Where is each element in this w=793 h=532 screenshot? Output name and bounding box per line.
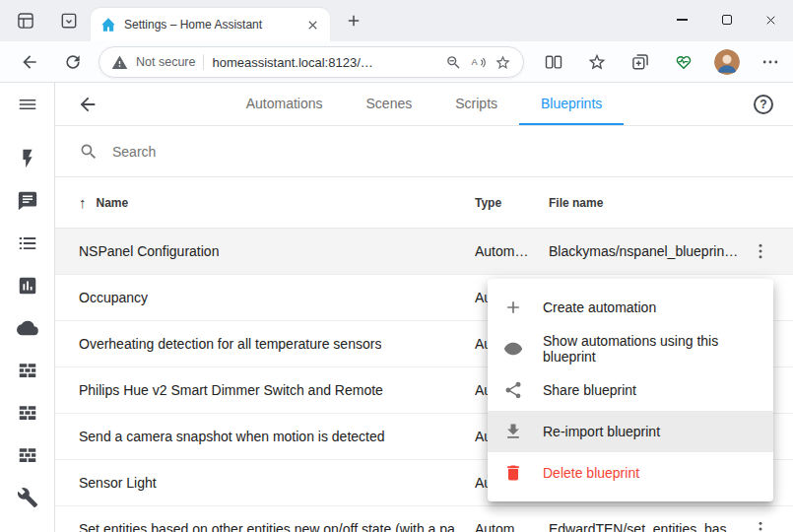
row-name: Sensor Light <box>79 475 157 491</box>
row-name: Send a camera snapshot when motion is de… <box>79 429 385 444</box>
tab-title: Settings – Home Assistant <box>124 18 297 32</box>
ha-sidebar <box>0 83 55 532</box>
row-name: NSPanel Configuration <box>79 243 219 259</box>
column-type[interactable]: Type <box>475 196 549 210</box>
devices-icon[interactable] <box>0 391 55 433</box>
browser-toolbar: Not secure homeassistant.local:8123/… A <box>0 41 793 83</box>
browser-essentials-icon[interactable] <box>674 52 694 72</box>
row-name: Set entities based on other entities new… <box>79 521 475 532</box>
address-divider <box>203 54 204 70</box>
assist-icon[interactable] <box>0 179 55 222</box>
share-icon <box>503 380 523 400</box>
favorites-icon[interactable] <box>587 52 607 72</box>
menu-item-show-automations[interactable]: Show automations using this blueprint <box>488 328 773 369</box>
row-type: Autom… <box>475 521 549 532</box>
table-row[interactable]: Set entities based on other entities new… <box>55 506 793 532</box>
row-overflow-menu-icon[interactable] <box>751 519 770 532</box>
warning-icon[interactable] <box>111 54 128 71</box>
split-screen-icon[interactable] <box>544 52 563 72</box>
devices-icon[interactable] <box>0 433 55 476</box>
menu-item-create-automation[interactable]: Create automation <box>488 287 773 328</box>
plus-icon <box>503 298 523 317</box>
tab-blueprints[interactable]: Blueprints <box>519 83 624 125</box>
window-controls <box>660 0 793 39</box>
search-icon <box>79 142 99 162</box>
svg-text:A: A <box>471 57 478 67</box>
blueprint-context-menu: Create automation Show automations using… <box>488 279 773 501</box>
menu-item-reimport-blueprint[interactable]: Re-import blueprint <box>488 411 773 452</box>
row-name: Philips Hue v2 Smart Dimmer Switch and R… <box>79 382 383 398</box>
url-text[interactable]: homeassistant.local:8123/… <box>212 55 437 70</box>
ha-back-icon[interactable] <box>77 94 99 115</box>
devices-icon[interactable] <box>0 349 55 391</box>
column-name[interactable]: ↑ Name <box>55 194 475 211</box>
ha-header: Automations Scenes Scripts Blueprints ? <box>55 83 793 126</box>
tab-actions-icon[interactable] <box>59 11 79 31</box>
download-icon <box>503 422 523 441</box>
tab-scenes[interactable]: Scenes <box>345 83 434 125</box>
zoom-out-icon[interactable] <box>445 54 462 71</box>
menu-item-share-blueprint[interactable]: Share blueprint <box>488 369 773 411</box>
row-overflow-menu-icon[interactable] <box>751 241 770 261</box>
minimize-button[interactable] <box>660 0 704 39</box>
security-label[interactable]: Not secure <box>136 55 195 69</box>
search-input[interactable]: Search <box>55 126 793 177</box>
ha-tab-bar: Automations Scenes Scripts Blueprints <box>55 83 793 125</box>
home-assistant-logo-icon <box>100 17 116 33</box>
table-header: ↑ Name Type File name <box>55 177 793 229</box>
row-name: Occupancy <box>79 290 148 305</box>
cloud-icon[interactable] <box>0 306 55 349</box>
close-button[interactable] <box>749 0 793 39</box>
browser-tab[interactable]: Settings – Home Assistant <box>91 8 330 41</box>
favorite-star-icon[interactable] <box>495 54 511 71</box>
tab-scripts[interactable]: Scripts <box>433 83 519 125</box>
eye-icon <box>503 339 523 359</box>
new-tab-button[interactable] <box>343 10 364 32</box>
logbook-icon[interactable] <box>0 222 55 264</box>
delete-icon <box>503 463 523 483</box>
sort-ascending-icon: ↑ <box>79 194 87 211</box>
maximize-button[interactable] <box>704 0 749 39</box>
table-row[interactable]: NSPanel Configuration Autom… Blackymas/n… <box>55 229 793 275</box>
tab-close-icon[interactable] <box>305 18 320 33</box>
energy-icon[interactable] <box>0 137 55 179</box>
back-icon[interactable] <box>20 52 39 72</box>
help-icon[interactable]: ? <box>754 95 773 114</box>
row-file: EdwardTEN/set_entities_bas… <box>549 521 751 532</box>
refresh-icon[interactable] <box>63 52 83 72</box>
search-placeholder: Search <box>112 144 156 160</box>
menu-icon[interactable] <box>0 83 55 126</box>
column-file-name[interactable]: File name <box>549 196 751 210</box>
collections-icon[interactable] <box>630 52 650 72</box>
address-bar[interactable]: Not secure homeassistant.local:8123/… A <box>99 46 524 78</box>
tab-strip: Settings – Home Assistant <box>0 0 793 41</box>
row-file: Blackymas/nspanel_blueprin… <box>549 243 751 259</box>
row-type: Autom… <box>475 243 549 259</box>
row-name: Overheating detection for all temperatur… <box>79 336 381 352</box>
more-icon[interactable] <box>760 52 780 72</box>
history-icon[interactable] <box>0 264 55 306</box>
browser-window: Settings – Home Assistant No <box>0 0 793 532</box>
tools-icon[interactable] <box>0 476 55 518</box>
workspaces-icon[interactable] <box>16 11 35 31</box>
profile-avatar[interactable] <box>714 49 740 75</box>
read-aloud-icon[interactable]: A <box>470 54 487 71</box>
tab-automations[interactable]: Automations <box>225 83 345 125</box>
menu-item-delete-blueprint[interactable]: Delete blueprint <box>488 452 773 494</box>
